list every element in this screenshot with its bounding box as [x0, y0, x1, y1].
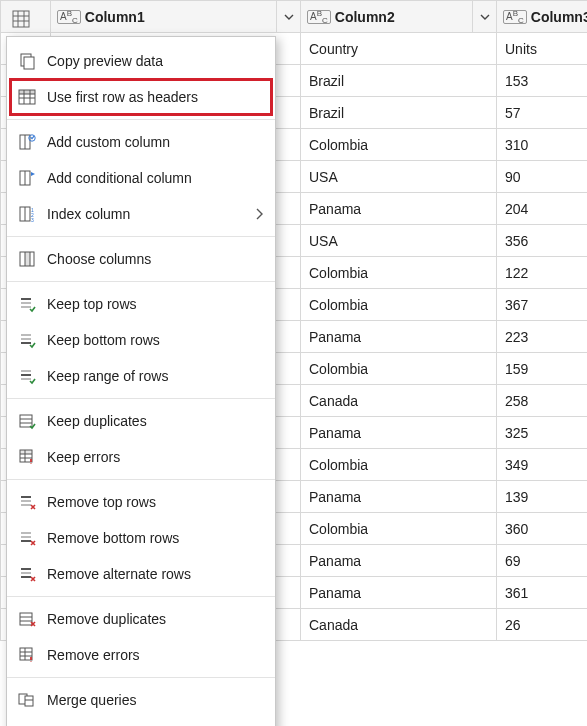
menu-label: Keep top rows: [47, 296, 263, 312]
menu-label: Add conditional column: [47, 170, 263, 186]
cell[interactable]: Colombia: [301, 513, 497, 545]
chevron-right-icon: [255, 208, 263, 220]
menu-add-conditional-column[interactable]: Add conditional column: [7, 160, 275, 196]
table-context-menu: Copy preview data Use first row as heade…: [6, 36, 276, 726]
menu-append-queries[interactable]: Append queries: [7, 718, 275, 726]
cell[interactable]: 122: [497, 257, 588, 289]
cell[interactable]: 57: [497, 97, 588, 129]
menu-copy-preview-data[interactable]: Copy preview data: [7, 43, 275, 79]
cell[interactable]: 153: [497, 65, 588, 97]
menu-add-custom-column[interactable]: Add custom column: [7, 124, 275, 160]
svg-rect-24: [25, 252, 30, 266]
menu-keep-top-rows[interactable]: Keep top rows: [7, 286, 275, 322]
menu-keep-errors[interactable]: Keep errors: [7, 439, 275, 475]
menu-label: Copy preview data: [47, 53, 263, 69]
remove-top-rows-icon: [17, 492, 37, 512]
cell[interactable]: Canada: [301, 385, 497, 417]
cell[interactable]: Colombia: [301, 353, 497, 385]
cell[interactable]: 361: [497, 577, 588, 609]
cell[interactable]: Panama: [301, 321, 497, 353]
menu-label: Keep range of rows: [47, 368, 263, 384]
menu-remove-errors[interactable]: Remove errors: [7, 637, 275, 673]
cell[interactable]: USA: [301, 161, 497, 193]
choose-columns-icon: [17, 249, 37, 269]
remove-alternate-rows-icon: [17, 564, 37, 584]
menu-keep-duplicates[interactable]: Keep duplicates: [7, 403, 275, 439]
menu-remove-alternate-rows[interactable]: Remove alternate rows: [7, 556, 275, 592]
add-column-icon: [17, 132, 37, 152]
cell[interactable]: 204: [497, 193, 588, 225]
cell[interactable]: 139: [497, 481, 588, 513]
column-dropdown-button[interactable]: [472, 1, 496, 32]
svg-rect-40: [20, 450, 32, 454]
remove-errors-icon: [17, 645, 37, 665]
type-icon: ABC: [307, 10, 331, 24]
cell[interactable]: 223: [497, 321, 588, 353]
cell[interactable]: 159: [497, 353, 588, 385]
column-dropdown-button[interactable]: [276, 1, 300, 32]
remove-bottom-rows-icon: [17, 528, 37, 548]
chevron-down-icon: [284, 12, 294, 22]
keep-bottom-rows-icon: [17, 330, 37, 350]
cell[interactable]: Country: [301, 33, 497, 65]
menu-remove-duplicates[interactable]: Remove duplicates: [7, 601, 275, 637]
cell[interactable]: Brazil: [301, 97, 497, 129]
menu-label: Keep duplicates: [47, 413, 263, 429]
keep-errors-icon: [17, 447, 37, 467]
cell[interactable]: Panama: [301, 577, 497, 609]
column-header-2[interactable]: ABC Column2: [301, 1, 497, 33]
menu-keep-range-of-rows[interactable]: Keep range of rows: [7, 358, 275, 394]
menu-use-first-row-as-headers[interactable]: Use first row as headers: [7, 79, 275, 115]
svg-rect-6: [24, 57, 34, 69]
menu-separator: [7, 596, 275, 597]
keep-top-rows-icon: [17, 294, 37, 314]
menu-keep-bottom-rows[interactable]: Keep bottom rows: [7, 322, 275, 358]
menu-label: Merge queries: [47, 692, 263, 708]
cell[interactable]: 69: [497, 545, 588, 577]
cell[interactable]: 325: [497, 417, 588, 449]
cell[interactable]: 360: [497, 513, 588, 545]
cell[interactable]: Colombia: [301, 257, 497, 289]
keep-range-rows-icon: [17, 366, 37, 386]
cell[interactable]: Canada: [301, 609, 497, 641]
index-column-icon: 123: [17, 204, 37, 224]
menu-remove-bottom-rows[interactable]: Remove bottom rows: [7, 520, 275, 556]
column-header-3[interactable]: ABC Column3: [497, 1, 588, 33]
cell[interactable]: Units: [497, 33, 588, 65]
menu-separator: [7, 677, 275, 678]
cell[interactable]: Colombia: [301, 129, 497, 161]
menu-separator: [7, 479, 275, 480]
menu-label: Remove top rows: [47, 494, 263, 510]
menu-remove-top-rows[interactable]: Remove top rows: [7, 484, 275, 520]
column-header-1[interactable]: ABC Column1: [51, 1, 301, 33]
cell[interactable]: 90: [497, 161, 588, 193]
conditional-column-icon: [17, 168, 37, 188]
menu-choose-columns[interactable]: Choose columns: [7, 241, 275, 277]
cell[interactable]: Colombia: [301, 289, 497, 321]
cell[interactable]: Colombia: [301, 449, 497, 481]
menu-label: Remove errors: [47, 647, 263, 663]
cell[interactable]: 367: [497, 289, 588, 321]
column-label: Column2: [335, 9, 468, 25]
cell[interactable]: 26: [497, 609, 588, 641]
menu-merge-queries[interactable]: Merge queries: [7, 682, 275, 718]
menu-index-column[interactable]: 123 Index column: [7, 196, 275, 232]
cell[interactable]: Brazil: [301, 65, 497, 97]
cell[interactable]: Panama: [301, 417, 497, 449]
table-corner-button[interactable]: [1, 1, 51, 33]
menu-label: Index column: [47, 206, 245, 222]
menu-separator: [7, 236, 275, 237]
cell[interactable]: 349: [497, 449, 588, 481]
cell[interactable]: Panama: [301, 481, 497, 513]
menu-separator: [7, 281, 275, 282]
merge-queries-icon: [17, 690, 37, 710]
cell[interactable]: Panama: [301, 545, 497, 577]
cell[interactable]: 258: [497, 385, 588, 417]
cell[interactable]: USA: [301, 225, 497, 257]
cell[interactable]: 310: [497, 129, 588, 161]
menu-label: Remove bottom rows: [47, 530, 263, 546]
type-icon: ABC: [57, 10, 81, 24]
cell[interactable]: 356: [497, 225, 588, 257]
copy-icon: [17, 51, 37, 71]
cell[interactable]: Panama: [301, 193, 497, 225]
